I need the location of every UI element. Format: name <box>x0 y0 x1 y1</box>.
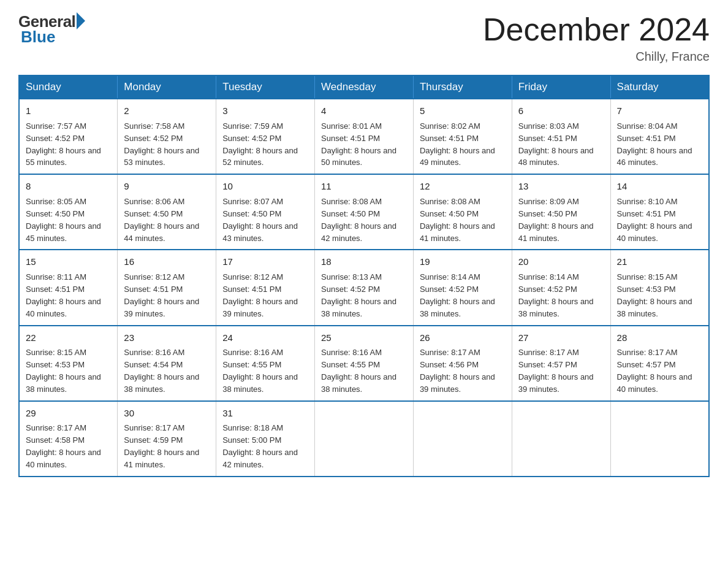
day-info: Sunrise: 8:14 AMSunset: 4:52 PMDaylight:… <box>518 272 594 318</box>
day-info: Sunrise: 8:12 AMSunset: 4:51 PMDaylight:… <box>222 272 298 318</box>
day-number: 29 <box>26 407 111 420</box>
calendar-cell: 20 Sunrise: 8:14 AMSunset: 4:52 PMDaylig… <box>512 250 610 325</box>
calendar-cell: 31 Sunrise: 8:18 AMSunset: 5:00 PMDaylig… <box>216 401 315 477</box>
header-tuesday: Tuesday <box>216 75 315 99</box>
day-number: 16 <box>124 255 210 269</box>
day-info: Sunrise: 8:04 AMSunset: 4:51 PMDaylight:… <box>617 121 692 167</box>
day-info: Sunrise: 8:16 AMSunset: 4:55 PMDaylight:… <box>222 348 298 394</box>
day-number: 30 <box>124 407 210 420</box>
day-number: 2 <box>124 104 210 118</box>
day-info: Sunrise: 8:17 AMSunset: 4:56 PMDaylight:… <box>420 348 495 394</box>
calendar-cell: 30 Sunrise: 8:17 AMSunset: 4:59 PMDaylig… <box>118 401 216 477</box>
day-info: Sunrise: 8:02 AMSunset: 4:51 PMDaylight:… <box>420 121 495 167</box>
day-info: Sunrise: 8:16 AMSunset: 4:54 PMDaylight:… <box>124 348 199 394</box>
page-header: General Blue December 2024 Chilly, Franc… <box>18 12 710 64</box>
day-info: Sunrise: 8:16 AMSunset: 4:55 PMDaylight:… <box>321 348 396 394</box>
day-info: Sunrise: 8:15 AMSunset: 4:53 PMDaylight:… <box>617 272 692 318</box>
day-number: 26 <box>420 331 506 345</box>
day-number: 23 <box>124 331 210 345</box>
day-info: Sunrise: 8:08 AMSunset: 4:50 PMDaylight:… <box>420 197 495 243</box>
header-saturday: Saturday <box>610 75 709 99</box>
calendar-cell <box>413 401 512 477</box>
day-number: 24 <box>222 331 308 345</box>
day-info: Sunrise: 8:01 AMSunset: 4:51 PMDaylight:… <box>321 121 396 167</box>
day-info: Sunrise: 8:10 AMSunset: 4:51 PMDaylight:… <box>617 197 692 243</box>
day-info: Sunrise: 8:17 AMSunset: 4:57 PMDaylight:… <box>518 348 594 394</box>
calendar-cell: 28 Sunrise: 8:17 AMSunset: 4:57 PMDaylig… <box>610 326 709 401</box>
day-info: Sunrise: 8:13 AMSunset: 4:52 PMDaylight:… <box>321 272 396 318</box>
day-info: Sunrise: 8:18 AMSunset: 5:00 PMDaylight:… <box>222 423 298 469</box>
day-number: 10 <box>222 180 308 193</box>
day-number: 31 <box>222 407 308 420</box>
calendar-cell: 22 Sunrise: 8:15 AMSunset: 4:53 PMDaylig… <box>19 326 118 401</box>
day-number: 27 <box>518 331 604 345</box>
day-number: 6 <box>518 104 604 118</box>
calendar-cell: 23 Sunrise: 8:16 AMSunset: 4:54 PMDaylig… <box>118 326 216 401</box>
calendar-cell: 2 Sunrise: 7:58 AMSunset: 4:52 PMDayligh… <box>118 99 216 174</box>
logo-blue-text: Blue <box>18 28 55 47</box>
day-info: Sunrise: 8:05 AMSunset: 4:50 PMDaylight:… <box>26 197 101 243</box>
calendar-cell: 19 Sunrise: 8:14 AMSunset: 4:52 PMDaylig… <box>413 250 512 325</box>
day-info: Sunrise: 7:59 AMSunset: 4:52 PMDaylight:… <box>222 121 298 167</box>
calendar-cell: 8 Sunrise: 8:05 AMSunset: 4:50 PMDayligh… <box>19 174 118 250</box>
calendar-cell: 14 Sunrise: 8:10 AMSunset: 4:51 PMDaylig… <box>610 174 709 250</box>
week-row-2: 8 Sunrise: 8:05 AMSunset: 4:50 PMDayligh… <box>19 174 709 250</box>
calendar-header-row: SundayMondayTuesdayWednesdayThursdayFrid… <box>19 75 709 99</box>
day-info: Sunrise: 8:12 AMSunset: 4:51 PMDaylight:… <box>124 272 199 318</box>
calendar-cell: 15 Sunrise: 8:11 AMSunset: 4:51 PMDaylig… <box>19 250 118 325</box>
week-row-4: 22 Sunrise: 8:15 AMSunset: 4:53 PMDaylig… <box>19 326 709 401</box>
month-year-title: December 2024 <box>483 12 710 47</box>
header-wednesday: Wednesday <box>315 75 414 99</box>
title-section: December 2024 Chilly, France <box>483 12 710 64</box>
day-number: 7 <box>617 104 702 118</box>
day-number: 1 <box>26 104 111 118</box>
day-number: 14 <box>617 180 702 193</box>
day-info: Sunrise: 8:14 AMSunset: 4:52 PMDaylight:… <box>420 272 495 318</box>
calendar-cell <box>610 401 709 477</box>
calendar-cell: 26 Sunrise: 8:17 AMSunset: 4:56 PMDaylig… <box>413 326 512 401</box>
week-row-1: 1 Sunrise: 7:57 AMSunset: 4:52 PMDayligh… <box>19 99 709 174</box>
calendar-table: SundayMondayTuesdayWednesdayThursdayFrid… <box>18 75 710 477</box>
day-number: 8 <box>26 180 111 193</box>
calendar-cell: 6 Sunrise: 8:03 AMSunset: 4:51 PMDayligh… <box>512 99 610 174</box>
day-number: 21 <box>617 255 702 269</box>
calendar-cell: 9 Sunrise: 8:06 AMSunset: 4:50 PMDayligh… <box>118 174 216 250</box>
header-thursday: Thursday <box>413 75 512 99</box>
day-info: Sunrise: 8:07 AMSunset: 4:50 PMDaylight:… <box>222 197 298 243</box>
day-number: 5 <box>420 104 506 118</box>
day-number: 19 <box>420 255 506 269</box>
day-info: Sunrise: 7:58 AMSunset: 4:52 PMDaylight:… <box>124 121 199 167</box>
day-number: 13 <box>518 180 604 193</box>
day-info: Sunrise: 8:03 AMSunset: 4:51 PMDaylight:… <box>518 121 594 167</box>
calendar-cell: 21 Sunrise: 8:15 AMSunset: 4:53 PMDaylig… <box>610 250 709 325</box>
calendar-cell: 13 Sunrise: 8:09 AMSunset: 4:50 PMDaylig… <box>512 174 610 250</box>
day-number: 18 <box>321 255 407 269</box>
calendar-cell <box>315 401 414 477</box>
day-number: 15 <box>26 255 111 269</box>
header-sunday: Sunday <box>19 75 118 99</box>
calendar-cell: 24 Sunrise: 8:16 AMSunset: 4:55 PMDaylig… <box>216 326 315 401</box>
day-number: 28 <box>617 331 702 345</box>
day-info: Sunrise: 8:08 AMSunset: 4:50 PMDaylight:… <box>321 197 396 243</box>
calendar-cell: 25 Sunrise: 8:16 AMSunset: 4:55 PMDaylig… <box>315 326 414 401</box>
calendar-cell: 1 Sunrise: 7:57 AMSunset: 4:52 PMDayligh… <box>19 99 118 174</box>
day-info: Sunrise: 8:17 AMSunset: 4:59 PMDaylight:… <box>124 423 199 469</box>
header-monday: Monday <box>118 75 216 99</box>
day-info: Sunrise: 7:57 AMSunset: 4:52 PMDaylight:… <box>26 121 101 167</box>
day-number: 25 <box>321 331 407 345</box>
calendar-cell: 3 Sunrise: 7:59 AMSunset: 4:52 PMDayligh… <box>216 99 315 174</box>
day-info: Sunrise: 8:11 AMSunset: 4:51 PMDaylight:… <box>26 272 101 318</box>
day-number: 17 <box>222 255 308 269</box>
week-row-3: 15 Sunrise: 8:11 AMSunset: 4:51 PMDaylig… <box>19 250 709 325</box>
calendar-cell: 16 Sunrise: 8:12 AMSunset: 4:51 PMDaylig… <box>118 250 216 325</box>
calendar-cell <box>512 401 610 477</box>
calendar-cell: 4 Sunrise: 8:01 AMSunset: 4:51 PMDayligh… <box>315 99 414 174</box>
day-info: Sunrise: 8:17 AMSunset: 4:58 PMDaylight:… <box>26 423 101 469</box>
calendar-cell: 11 Sunrise: 8:08 AMSunset: 4:50 PMDaylig… <box>315 174 414 250</box>
calendar-cell: 10 Sunrise: 8:07 AMSunset: 4:50 PMDaylig… <box>216 174 315 250</box>
calendar-cell: 17 Sunrise: 8:12 AMSunset: 4:51 PMDaylig… <box>216 250 315 325</box>
calendar-cell: 18 Sunrise: 8:13 AMSunset: 4:52 PMDaylig… <box>315 250 414 325</box>
calendar-cell: 7 Sunrise: 8:04 AMSunset: 4:51 PMDayligh… <box>610 99 709 174</box>
day-number: 12 <box>420 180 506 193</box>
calendar-cell: 5 Sunrise: 8:02 AMSunset: 4:51 PMDayligh… <box>413 99 512 174</box>
